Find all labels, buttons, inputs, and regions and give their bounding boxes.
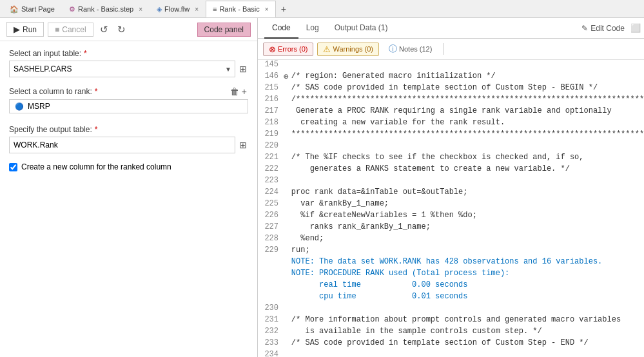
notes-button[interactable]: ⓘ Notes (12) [383,41,438,57]
tab-start-page[interactable]: 🏠 Start Page [3,1,62,17]
line-code-cell: ranks rank_&rankBy_1_name; [289,222,644,234]
flow-icon: ◈ [157,5,162,14]
line-number: 230 [258,304,284,315]
code-area[interactable]: 145146⊕/* region: Generated macro initia… [258,60,644,357]
line-number [258,257,284,269]
line-number: 223 [258,176,284,188]
right-topbar: Code Log Output Data (1) ✎ Edit Code ⬜ ⋮ [258,18,644,39]
input-table-select[interactable]: SASHELP.CARS [9,61,235,77]
refresh-back-button[interactable]: ↺ [97,23,111,37]
line-expand-icon [284,188,289,199]
output-table-browse-button[interactable]: ⊞ [238,140,248,150]
line-number: 222 [258,164,284,176]
line-code-cell: /* region: Generated macro initializatio… [289,72,644,83]
warning-icon: ⚠ [323,44,331,54]
cancel-button[interactable]: ■ Cancel [48,23,93,37]
line-code-cell [289,304,644,315]
table-browse-icon: ⊞ [239,64,247,74]
play-icon: ▶ [14,24,20,34]
table-row: 215/* SAS code provided in template sect… [258,83,644,95]
line-expand-icon [284,234,289,246]
line-code-cell: /* SAS code provided in template section… [289,83,644,95]
line-number: 221 [258,153,284,164]
tab-flow[interactable]: ◈ Flow.flw × [150,1,206,17]
right-panel: Code Log Output Data (1) ✎ Edit Code ⬜ ⋮… [258,18,644,357]
refresh-forward-button[interactable]: ↻ [115,23,128,37]
line-expand-icon [284,304,289,315]
column-add-button[interactable]: + [240,86,248,97]
tab-output-data[interactable]: Output Data (1) [327,18,396,39]
line-code-cell: ****************************************… [289,130,644,141]
input-table-browse-button[interactable]: ⊞ [238,64,248,74]
toolbar: ▶ Run ■ Cancel ↺ ↻ Code panel [0,18,257,41]
code-panel-button[interactable]: Code panel [197,23,251,37]
column-value-label: MSRP [28,102,50,111]
line-expand-icon [284,292,289,304]
table-row: 221/* The %IF checks to see if the check… [258,153,644,164]
create-column-checkbox[interactable] [9,163,17,171]
table-row: real time 0.00 seconds [258,280,644,292]
line-number: 232 [258,327,284,338]
tab-rank-basic-step-close[interactable]: × [139,6,142,13]
stop-icon: ■ [55,25,59,34]
output-table-required: * [95,125,98,134]
left-panel: ▶ Run ■ Cancel ↺ ↻ Code panel Select an … [0,18,258,357]
line-expand-icon[interactable]: ⊕ [284,72,289,83]
run-button[interactable]: ▶ Run [6,22,44,37]
line-expand-icon [284,130,289,141]
tab-rank-basic-label: Rank - Basic [219,5,259,13]
tab-log[interactable]: Log [298,18,327,39]
table-row: 225 var &rankBy_1_name; [258,199,644,211]
table-row: 217 Generate a PROC RANK requiring a sin… [258,106,644,118]
column-delete-button[interactable]: 🗑 [229,86,240,97]
line-code-cell: %if &createNewVariables = 1 %then %do; [289,211,644,222]
tab-flow-label: Flow.flw [164,5,190,13]
status-bar: ⊗ Errors (0) ⚠ Warnings (0) ⓘ Notes (12) [258,39,644,60]
tab-rank-basic-close[interactable]: × [265,6,269,13]
table-row: 220 [258,141,644,153]
tab-flow-close[interactable]: × [195,6,199,13]
line-expand-icon [284,269,289,280]
line-number: 220 [258,141,284,153]
line-code-cell: cpu time 0.01 seconds [289,292,644,304]
step-icon: ⚙ [69,5,75,14]
line-expand-icon [284,199,289,211]
tab-start-page-label: Start Page [21,5,55,13]
line-expand-icon [284,246,289,257]
warnings-button[interactable]: ⚠ Warnings (0) [317,43,379,56]
edit-code-button[interactable]: ✎ Edit Code [581,24,625,33]
table-row: 224proc rank data=&inTable out=&outTable… [258,188,644,199]
rank-basic-icon: ≡ [213,5,217,13]
tab-rank-basic-step-label: Rank - Basic.step [78,5,133,13]
run-label: Run [23,25,37,34]
errors-button[interactable]: ⊗ Errors (0) [263,43,313,56]
input-table-select-wrapper: SASHELP.CARS ▼ [9,61,235,77]
input-table-label: Select an input table: * [9,49,248,58]
expand-code-button[interactable]: ⬜ [629,23,643,33]
checkbox-row: Create a new column for the ranked colum… [9,162,248,171]
line-code-cell [289,176,644,188]
line-expand-icon [284,83,289,95]
table-row: NOTE: PROCEDURE RANK used (Total process… [258,269,644,280]
table-row: 227 ranks rank_&rankBy_1_name; [258,222,644,234]
info-icon: ⓘ [389,43,397,55]
line-number: 226 [258,211,284,222]
table-row: 219*************************************… [258,130,644,141]
table-row: 222 generates a RANKS statement to creat… [258,164,644,176]
line-number: 233 [258,338,284,350]
line-code-cell: Generate a PROC RANK requiring a single … [289,106,644,118]
table-row: NOTE: The data set WORK.RANK has 428 obs… [258,257,644,269]
output-table-input[interactable] [9,137,235,153]
tab-add-button[interactable]: + [276,4,291,14]
tab-code[interactable]: Code [264,18,298,39]
error-icon: ⊗ [269,44,276,54]
line-code-cell: /* SAS code provided in template section… [289,338,644,350]
line-expand-icon [284,106,289,118]
column-rank-required: * [95,87,98,96]
line-code-cell: var &rankBy_1_name; [289,199,644,211]
line-expand-icon [284,176,289,188]
table-row: 145 [258,60,644,72]
line-code-cell [289,60,644,72]
tab-rank-basic-step[interactable]: ⚙ Rank - Basic.step × [62,1,150,17]
tab-rank-basic[interactable]: ≡ Rank - Basic × [206,1,276,17]
